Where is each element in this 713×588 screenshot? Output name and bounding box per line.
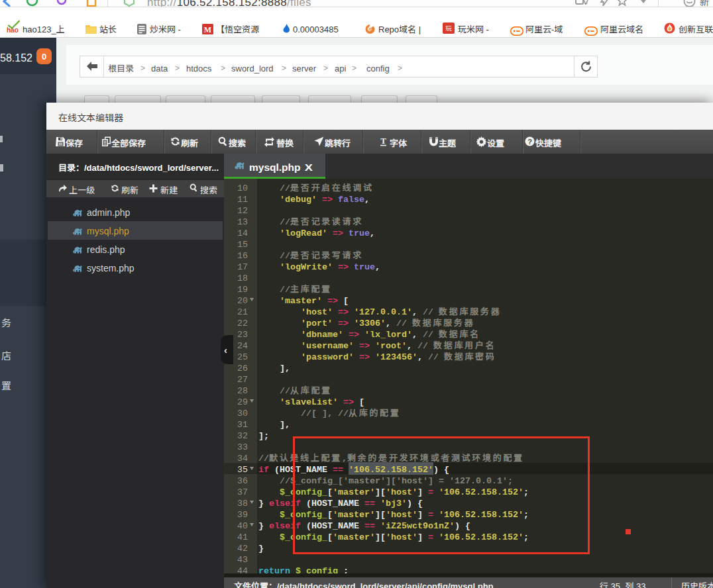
svg-text:hao: hao bbox=[7, 26, 19, 33]
svg-text:T: T bbox=[380, 136, 386, 146]
svg-text:?: ? bbox=[527, 138, 532, 146]
svg-text:M: M bbox=[204, 25, 211, 34]
svg-text:玩: 玩 bbox=[445, 23, 452, 33]
